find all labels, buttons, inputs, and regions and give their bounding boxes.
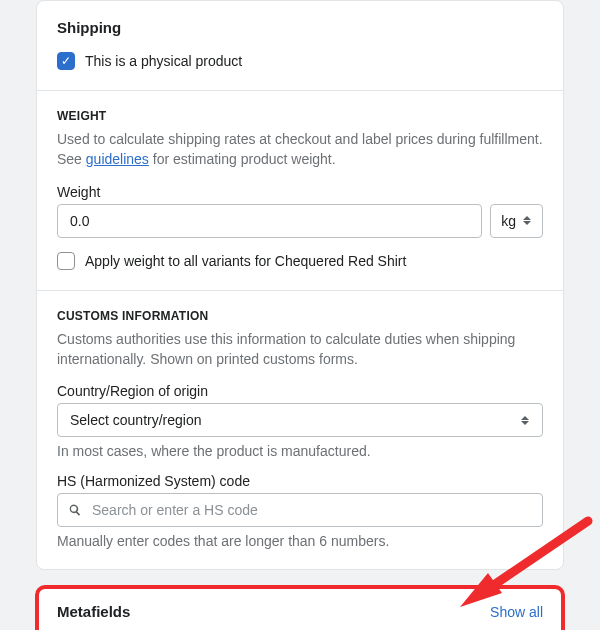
apply-weight-checkbox[interactable] (57, 252, 75, 270)
show-all-link[interactable]: Show all (490, 604, 543, 620)
hs-label: HS (Harmonized System) code (57, 473, 543, 489)
weight-unit-value: kg (501, 213, 516, 229)
customs-section: CUSTOMS INFORMATION Customs authorities … (37, 291, 563, 570)
guidelines-link[interactable]: guidelines (86, 151, 149, 167)
weight-desc: Used to calculate shipping rates at chec… (57, 129, 543, 170)
select-sort-icon (520, 416, 530, 425)
country-select[interactable]: Select country/region (57, 403, 543, 437)
weight-input[interactable] (57, 204, 482, 238)
customs-desc: Customs authorities use this information… (57, 329, 543, 370)
weight-section: WEIGHT Used to calculate shipping rates … (37, 91, 563, 290)
country-label: Country/Region of origin (57, 383, 543, 399)
weight-label: Weight (57, 184, 543, 200)
search-icon (67, 502, 83, 518)
hs-code-input[interactable] (57, 493, 543, 527)
country-value: Select country/region (70, 412, 202, 428)
country-helper: In most cases, where the product is manu… (57, 443, 543, 459)
shipping-card: Shipping ✓ This is a physical product WE… (36, 0, 564, 570)
weight-unit-select[interactable]: kg (490, 204, 543, 238)
customs-heading: CUSTOMS INFORMATION (57, 309, 543, 323)
check-icon: ✓ (61, 55, 71, 67)
physical-product-label: This is a physical product (85, 53, 242, 69)
select-sort-icon (522, 216, 532, 225)
metafields-card: Metafields Show all Color #FF0000 (36, 586, 564, 630)
apply-weight-label: Apply weight to all variants for Chequer… (85, 253, 406, 269)
weight-heading: WEIGHT (57, 109, 543, 123)
shipping-title: Shipping (57, 19, 543, 36)
hs-helper: Manually enter codes that are longer tha… (57, 533, 543, 549)
physical-product-checkbox[interactable]: ✓ (57, 52, 75, 70)
metafields-title: Metafields (57, 603, 130, 620)
